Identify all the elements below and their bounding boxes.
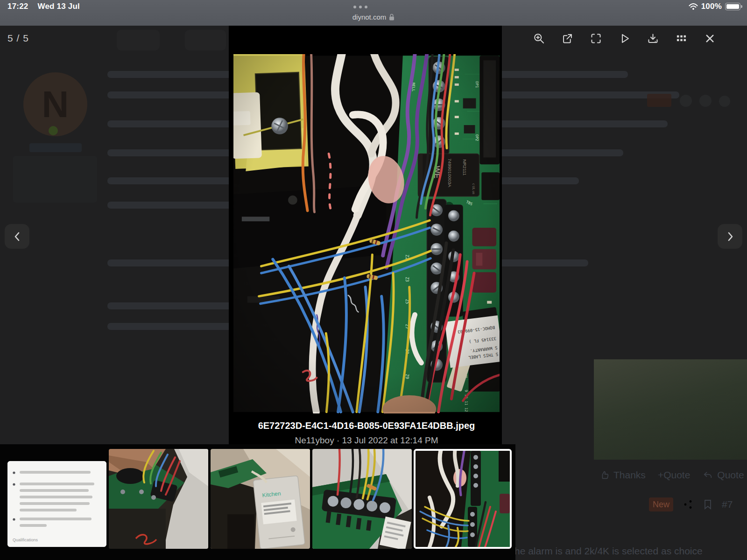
thumbs-up-icon [599, 470, 610, 480]
bookmark-icon [703, 499, 712, 510]
image-filename: 6E72723D-E4C1-4D16-B085-0E93FA1E4DBB.jpe… [205, 420, 528, 431]
thanks-button: Thanks [599, 469, 646, 481]
thumbnail-2-pcb-wires[interactable] [109, 449, 208, 549]
thumbnail-5-current-image[interactable] [414, 449, 512, 549]
domain: diynot.com [352, 13, 387, 21]
attachment-thumb-dim [594, 359, 747, 460]
chevron-left-icon [9, 228, 26, 245]
prev-image-button[interactable] [5, 224, 29, 249]
wifi-icon [689, 3, 698, 10]
quote-button: Quote [702, 469, 744, 481]
thumbnail-4-terminal-block[interactable] [312, 449, 412, 549]
open-in-new-icon[interactable] [561, 32, 574, 45]
battery-percent: 100% [701, 2, 722, 11]
new-badge-dim [647, 94, 671, 107]
member-stats-blob [13, 156, 97, 203]
clock: 17:22 [7, 2, 28, 11]
next-image-button[interactable] [718, 224, 742, 249]
plus-quote-button: +Quote [658, 469, 690, 481]
new-badge: New [649, 497, 673, 511]
chevron-right-icon [722, 228, 739, 245]
share-icon [680, 95, 692, 107]
plus-quote-label: +Quote [658, 469, 690, 481]
lightbox-toolbar [532, 32, 716, 45]
post-actions-row: Thanks +Quote Quote [599, 469, 744, 481]
post-number-blob [719, 96, 730, 107]
thumbnail-3-kitchen-unit[interactable]: Kitchen [211, 449, 310, 549]
image-counter: 5 / 5 [7, 33, 29, 44]
share-icon [683, 499, 694, 510]
thanks-label: Thanks [613, 469, 646, 481]
close-icon[interactable] [703, 32, 716, 45]
reply-icon [702, 470, 713, 480]
address-bar[interactable]: diynot.com [0, 13, 747, 21]
online-indicator [49, 126, 58, 135]
lightbox-photo-alarm-panel[interactable]: NO1 C1 NC1 NO2 C2 NC2 OP3 O OP1 OP2 BELL… [233, 54, 500, 413]
bg-nav-blob [185, 30, 226, 50]
thumbnail-1-document[interactable]: Qualifications [7, 461, 106, 547]
zoom-in-icon[interactable] [532, 32, 545, 45]
post-number: #7 [722, 499, 733, 510]
username-blob [29, 143, 82, 152]
battery-icon [725, 3, 740, 10]
doc-footer-text: Qualifications [13, 538, 38, 542]
gallery-grid-icon[interactable] [675, 32, 688, 45]
date: Wed 13 Jul [37, 2, 80, 11]
post-footer-row: New #7 [649, 497, 733, 511]
tab-switcher-dots[interactable] [353, 6, 367, 8]
avatar-letter: N [42, 83, 69, 126]
post-text-fragment: he alarm is and 2k/4K is selected as cho… [514, 546, 703, 557]
bookmark-icon [699, 95, 712, 107]
vignette [233, 56, 500, 412]
bg-nav-blob [117, 30, 160, 50]
download-icon[interactable] [646, 32, 659, 45]
image-author-date: Ne11yboy · 13 Jul 2022 at 12:14 PM [205, 435, 528, 446]
quote-label: Quote [717, 469, 744, 481]
slideshow-play-icon[interactable] [618, 32, 631, 45]
fullscreen-icon[interactable] [589, 32, 602, 45]
ios-status-bar: 17:22 Wed 13 Jul diynot.com 100% [0, 0, 747, 26]
screen: N Thanks +Quote Quote [0, 0, 747, 560]
padlock-icon [389, 14, 395, 21]
